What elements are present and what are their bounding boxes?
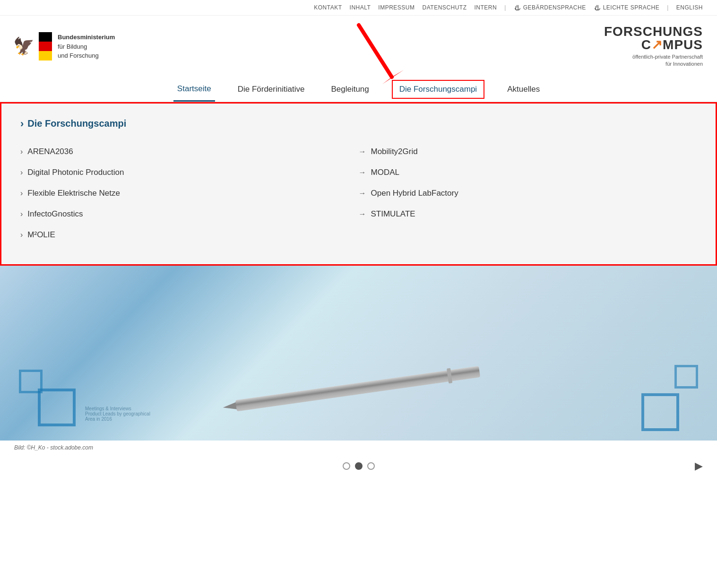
decorative-square-4 (674, 365, 698, 389)
list-item-dpp[interactable]: › Digital Photonic Production (20, 162, 359, 183)
arrow-right-icon-1: → (359, 147, 366, 156)
hero-text-overlay: Meetings & InterviewsProduct Leads by ge… (85, 406, 150, 422)
site-header: 🦅 Bundesministerium für Bildung und Fors… (0, 16, 717, 73)
carousel-dot-1[interactable] (343, 462, 350, 470)
list-item-fen[interactable]: › Flexible Elektrische Netze (20, 183, 359, 204)
easy-language-icon (594, 4, 601, 11)
chevron-right-icon-3: › (20, 189, 23, 198)
svg-rect-3 (235, 366, 480, 411)
nav-datenschutz[interactable]: DATENSCHUTZ (423, 4, 467, 11)
list-item-modal[interactable]: → MODAL (359, 162, 697, 183)
arrow-right-icon-3: → (359, 189, 366, 198)
pen-illustration (221, 355, 496, 422)
eagle-icon: 🦅 (14, 35, 33, 58)
bmbf-logo: 🦅 Bundesministerium für Bildung und Fors… (14, 32, 115, 61)
forschungscampus-logo: FORSCHUNGS C↗MPUS öffentlich-private Par… (604, 25, 703, 68)
decorative-square-1 (38, 389, 76, 426)
decorative-square-3 (641, 393, 679, 431)
nav-foerderinitiative[interactable]: Die Förderinitiative (234, 78, 309, 101)
nav-begleitung[interactable]: Begleitung (327, 78, 372, 101)
chevron-right-icon-4: › (20, 210, 23, 218)
nav-gebaerdensprache[interactable]: GEBÄRDENSPRACHE (514, 4, 586, 11)
nav-leichte-sprache[interactable]: LEICHTE SPRACHE (594, 4, 660, 11)
dropdown-columns: › ARENA2036 › Digital Photonic Productio… (20, 141, 697, 245)
chevron-right-icon: › (20, 147, 23, 156)
nav-intern[interactable]: INTERN (474, 4, 497, 11)
german-flag (39, 32, 52, 61)
carousel-next-button[interactable]: ▶ (695, 460, 703, 472)
arrow-right-icon-2: → (359, 168, 366, 177)
list-item-infectognostics[interactable]: › InfectoGnostics (20, 204, 359, 225)
svg-marker-2 (222, 402, 237, 411)
logo-subtitle: öffentlich-private Partnerschaft für Inn… (604, 53, 703, 68)
list-item-m2olie[interactable]: › M²OLIE (20, 225, 359, 245)
dropdown-title: Die Forschungscampi (20, 118, 697, 130)
image-caption: Bild: ©H_Ko - stock.adobe.com (0, 441, 717, 455)
decorative-square-2 (19, 370, 43, 393)
carousel-dot-3[interactable] (367, 462, 375, 470)
separator2: | (667, 4, 669, 11)
svg-line-0 (359, 25, 392, 77)
nav-aktuelles[interactable]: Aktuelles (503, 78, 544, 101)
dropdown-col-left: › ARENA2036 › Digital Photonic Productio… (20, 141, 359, 245)
main-navigation: Startseite Die Förderinitiative Begleitu… (0, 78, 717, 102)
hero-image: Meetings & InterviewsProduct Leads by ge… (0, 266, 717, 441)
arrow-right-icon-4: → (359, 210, 366, 218)
top-utility-bar: KONTAKT INHALT IMPRESSUM DATENSCHUTZ INT… (0, 0, 717, 16)
bmbf-text: Bundesministerium für Bildung und Forsch… (58, 33, 115, 61)
list-item-openhybrid[interactable]: → Open Hybrid LabFactory (359, 183, 697, 204)
separator1: | (504, 4, 506, 11)
carousel-controls: ▶ (0, 455, 717, 477)
hand-icon (514, 4, 521, 11)
list-item-mobility2grid[interactable]: → Mobility2Grid (359, 141, 697, 162)
carousel-dot-2[interactable] (355, 462, 363, 470)
nav-startseite[interactable]: Startseite (173, 78, 215, 102)
nav-forschungscampi[interactable]: Die Forschungscampi (392, 80, 484, 99)
logo-text-top: FORSCHUNGS (604, 25, 703, 38)
nav-impressum[interactable]: IMPRESSUM (378, 4, 415, 11)
nav-english[interactable]: ENGLISH (676, 4, 703, 11)
dropdown-col-right: → Mobility2Grid → MODAL → Open Hybrid La… (359, 141, 697, 245)
chevron-right-icon-5: › (20, 231, 23, 239)
nav-inhalt[interactable]: INHALT (350, 4, 371, 11)
nav-kontakt[interactable]: KONTAKT (314, 4, 342, 11)
chevron-right-icon-2: › (20, 168, 23, 177)
logo-text-bottom: C↗MPUS (604, 38, 703, 52)
list-item-stimulate[interactable]: → STIMULATE (359, 204, 697, 225)
dropdown-panel: Die Forschungscampi › ARENA2036 › Digita… (0, 102, 717, 266)
list-item-arena[interactable]: › ARENA2036 (20, 141, 359, 162)
